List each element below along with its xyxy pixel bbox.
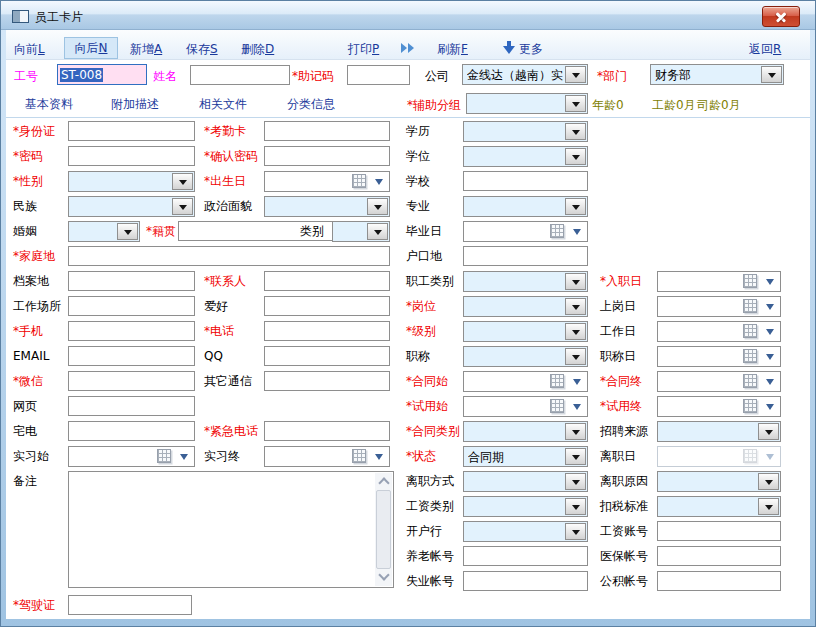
native-place-input[interactable] (178, 221, 352, 241)
contract-type-select[interactable] (463, 421, 588, 442)
level-dropdown-button[interactable] (565, 323, 586, 340)
salary-account-input[interactable] (657, 521, 781, 541)
post-date-datepicker[interactable] (657, 296, 781, 317)
contract-type-label: *合同类别 (406, 424, 460, 439)
home-address-input[interactable] (68, 246, 390, 266)
id-card-input[interactable] (68, 121, 195, 141)
ethnicity-select[interactable] (68, 196, 195, 217)
contract-type-dropdown-button[interactable] (565, 423, 586, 440)
resign-reason-dropdown-button[interactable] (758, 473, 779, 490)
scroll-up-icon[interactable] (375, 473, 392, 490)
resign-method-dropdown-button[interactable] (565, 473, 586, 490)
degree-select[interactable] (463, 146, 588, 167)
password-input[interactable] (68, 146, 195, 166)
calendar-icon (743, 374, 757, 388)
position-dropdown-button[interactable] (565, 298, 586, 315)
school-label: 学校 (406, 174, 430, 189)
employee-type-dropdown-button[interactable] (565, 273, 586, 290)
contract-start-datepicker[interactable] (463, 371, 588, 392)
school-input[interactable] (463, 171, 588, 191)
major-select[interactable] (463, 196, 588, 217)
home-phone-input[interactable] (68, 421, 195, 441)
bank-dropdown-button[interactable] (565, 523, 586, 540)
chevron-down-icon (573, 379, 581, 389)
unemployment-account-input[interactable] (463, 571, 588, 591)
hobby-input[interactable] (264, 296, 390, 316)
scrollbar[interactable] (375, 473, 392, 586)
education-dropdown-button[interactable] (565, 123, 586, 140)
scroll-down-icon[interactable] (375, 569, 392, 586)
emergency-phone-input[interactable] (264, 421, 390, 441)
category-dropdown-button[interactable] (367, 223, 388, 240)
category-select[interactable] (332, 221, 390, 242)
qq-input[interactable] (264, 346, 390, 366)
tax-standard-select[interactable] (657, 496, 781, 517)
tax-standard-dropdown-button[interactable] (758, 498, 779, 515)
resign-reason-select[interactable] (657, 471, 781, 492)
salary-type-select[interactable] (463, 496, 588, 517)
ethnicity-dropdown-button[interactable] (172, 198, 193, 215)
mobile-input[interactable] (68, 321, 195, 341)
category-label: 类别 (300, 224, 324, 239)
education-select[interactable] (463, 121, 588, 142)
political-status-label: 政治面貌 (204, 199, 252, 214)
job-title-select[interactable] (463, 346, 588, 367)
other-contact-input[interactable] (264, 371, 390, 391)
salary-type-dropdown-button[interactable] (565, 498, 586, 515)
contract-end-datepicker[interactable] (657, 371, 781, 392)
resign-method-select[interactable] (463, 471, 588, 492)
medical-account-input[interactable] (657, 546, 781, 566)
job-title-dropdown-button[interactable] (565, 348, 586, 365)
birth-date-datepicker[interactable] (264, 171, 390, 192)
status-select[interactable]: 合同期 (463, 446, 588, 467)
webpage-input[interactable] (68, 396, 195, 416)
remarks-textarea[interactable] (68, 471, 394, 588)
contact-person-label: *联系人 (204, 274, 246, 289)
archive-place-input[interactable] (68, 271, 195, 291)
degree-dropdown-button[interactable] (565, 148, 586, 165)
drivers-license-input[interactable] (68, 595, 192, 615)
status-dropdown-button[interactable] (565, 448, 586, 465)
hire-date-datepicker[interactable] (657, 271, 781, 292)
political-status-dropdown-button[interactable] (367, 198, 388, 215)
calendar-icon (550, 374, 564, 388)
employee-type-select[interactable] (463, 271, 588, 292)
internship-start-datepicker[interactable] (68, 446, 195, 467)
wechat-input[interactable] (68, 371, 195, 391)
calendar-icon (743, 299, 757, 313)
contact-person-input[interactable] (264, 271, 390, 291)
gender-select[interactable] (68, 171, 195, 192)
probation-start-datepicker[interactable] (463, 396, 588, 417)
confirm-password-input[interactable] (264, 146, 390, 166)
housing-fund-account-input[interactable] (657, 571, 781, 591)
confirm-password-label: *确认密码 (204, 149, 258, 164)
bank-select[interactable] (463, 521, 588, 542)
major-dropdown-button[interactable] (565, 198, 586, 215)
attendance-card-input[interactable] (264, 121, 390, 141)
salary-type-label: 工资类别 (406, 499, 454, 514)
phone-input[interactable] (264, 321, 390, 341)
scroll-thumb[interactable] (376, 490, 391, 569)
resign-date-datepicker[interactable] (657, 446, 781, 467)
marital-status-dropdown-button[interactable] (117, 223, 138, 240)
level-select[interactable] (463, 321, 588, 342)
workplace-input[interactable] (68, 296, 195, 316)
probation-end-datepicker[interactable] (657, 396, 781, 417)
resign-date-label: 离职日 (600, 449, 636, 464)
work-date-datepicker[interactable] (657, 321, 781, 342)
recruitment-source-dropdown-button[interactable] (758, 423, 779, 440)
position-label: *岗位 (406, 299, 436, 314)
title-date-datepicker[interactable] (657, 346, 781, 367)
pension-account-input[interactable] (463, 546, 588, 566)
graduation-date-datepicker[interactable] (463, 221, 588, 242)
internship-end-datepicker[interactable] (264, 446, 390, 467)
email-input[interactable] (68, 346, 195, 366)
tax-standard-label: 扣税标准 (600, 499, 648, 514)
recruitment-source-select[interactable] (657, 421, 781, 442)
marital-status-select[interactable] (68, 221, 140, 242)
household-place-input[interactable] (463, 246, 588, 266)
gender-dropdown-button[interactable] (172, 173, 193, 190)
position-select[interactable] (463, 296, 588, 317)
drivers-license-label: *驾驶证 (13, 598, 55, 613)
political-status-select[interactable] (264, 196, 390, 217)
